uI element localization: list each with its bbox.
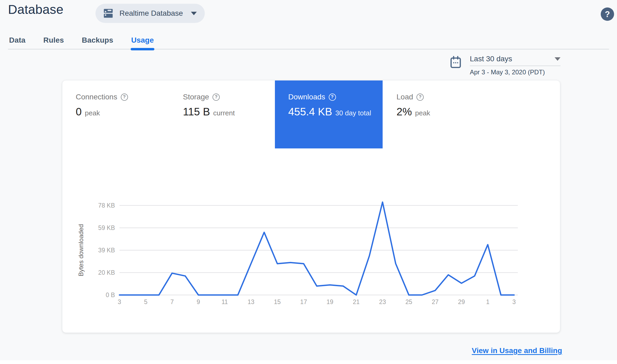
svg-text:5: 5 [144, 298, 147, 305]
svg-text:20 KB: 20 KB [98, 269, 115, 276]
date-range-chevron-down-icon [555, 57, 560, 61]
database-usage-page: Database Realtime Database ? Data Rules … [0, 0, 617, 364]
svg-text:25: 25 [406, 298, 412, 305]
svg-text:59 KB: 59 KB [98, 224, 115, 231]
date-range-divider [470, 66, 560, 66]
svg-text:17: 17 [300, 298, 307, 305]
chevron-down-icon [191, 12, 197, 15]
page-title: Database [8, 2, 63, 17]
database-icon [102, 7, 114, 19]
svg-text:78 KB: 78 KB [98, 202, 115, 209]
help-glyph: ? [605, 10, 610, 18]
tab-backups[interactable]: Backups [82, 32, 113, 49]
svg-text:21: 21 [353, 298, 360, 305]
svg-text:19: 19 [327, 298, 334, 305]
tab-rules[interactable]: Rules [43, 32, 64, 49]
metric-unit: current [213, 109, 235, 117]
metric-value: 2% [396, 106, 412, 118]
svg-text:23: 23 [379, 298, 386, 305]
metric-value: 455.4 KB [288, 106, 332, 118]
metric-value: 0 [76, 106, 82, 118]
svg-text:29: 29 [458, 298, 465, 305]
metric-load[interactable]: Load ? 2% peak [383, 80, 491, 148]
metric-unit: peak [415, 109, 430, 117]
date-range-label: Last 30 days [470, 55, 512, 63]
metric-label: Connections [76, 93, 117, 101]
metric-unit: 30 day total [335, 109, 371, 117]
tab-data[interactable]: Data [9, 32, 26, 49]
metric-label: Storage [183, 93, 209, 101]
svg-text:27: 27 [432, 298, 439, 305]
svg-text:3: 3 [512, 298, 516, 305]
tab-usage[interactable]: Usage [131, 32, 154, 49]
svg-text:9: 9 [197, 298, 200, 305]
usage-card: Connections ? 0 peak Storage ? 115 B cur… [62, 80, 560, 333]
help-icon[interactable]: ? [121, 94, 128, 101]
svg-text:1: 1 [486, 298, 490, 305]
metric-value: 115 B [183, 106, 210, 118]
help-icon[interactable]: ? [329, 94, 336, 101]
metric-label: Load [396, 93, 413, 101]
downloads-chart: 0 B20 KB39 KB59 KB78 KB35791113151719212… [70, 199, 523, 313]
database-selector[interactable]: Realtime Database [95, 4, 205, 23]
svg-text:0 B: 0 B [106, 292, 115, 298]
date-range-detail: Apr 3 - May 3, 2020 (PDT) [470, 68, 560, 76]
svg-text:Bytes downloaded: Bytes downloaded [77, 224, 85, 276]
metric-storage[interactable]: Storage ? 115 B current [170, 80, 277, 148]
svg-text:39 KB: 39 KB [98, 247, 115, 254]
date-range-selector[interactable]: Last 30 days Apr 3 - May 3, 2020 (PDT) [450, 54, 560, 76]
tab-bar: Data Rules Backups Usage [8, 32, 609, 50]
help-icon[interactable]: ? [213, 94, 220, 101]
help-button[interactable]: ? [601, 7, 614, 21]
footer-strip [0, 360, 617, 364]
view-usage-billing-link[interactable]: View in Usage and Billing [472, 346, 562, 355]
date-range-texts: Last 30 days Apr 3 - May 3, 2020 (PDT) [470, 54, 560, 76]
svg-text:3: 3 [118, 298, 121, 305]
svg-text:11: 11 [222, 298, 228, 305]
metric-unit: peak [85, 109, 100, 117]
svg-text:15: 15 [274, 298, 281, 305]
svg-text:7: 7 [170, 298, 174, 305]
help-icon[interactable]: ? [416, 94, 424, 101]
calendar-icon [450, 55, 462, 76]
metric-label: Downloads [288, 93, 325, 101]
metric-connections[interactable]: Connections ? 0 peak [62, 80, 170, 148]
database-selector-label: Realtime Database [119, 9, 183, 18]
svg-text:13: 13 [248, 298, 255, 305]
metric-downloads[interactable]: Downloads ? 455.4 KB 30 day total [275, 80, 383, 148]
